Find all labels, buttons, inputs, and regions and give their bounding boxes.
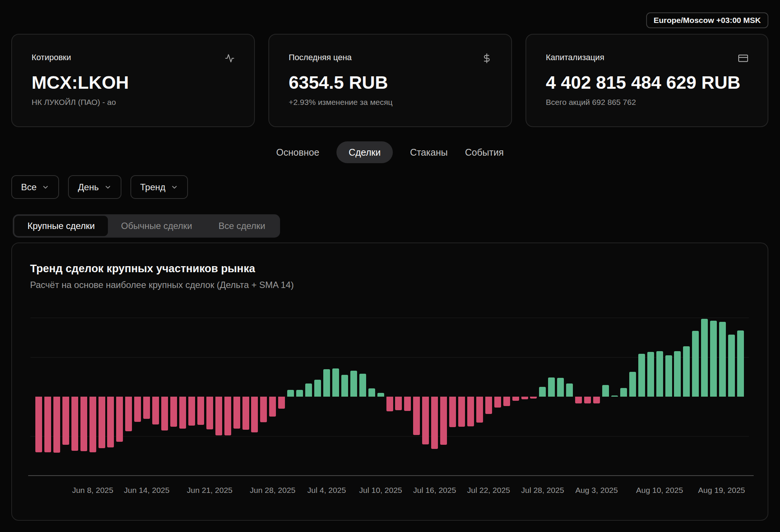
delta-bar xyxy=(359,374,366,397)
delta-bar xyxy=(656,351,663,397)
tab-deals[interactable]: Сделки xyxy=(336,141,392,163)
delta-bar xyxy=(728,335,735,397)
delta-bar xyxy=(512,397,519,401)
delta-bar xyxy=(431,397,438,449)
tab-events[interactable]: События xyxy=(465,147,504,158)
delta-bar xyxy=(323,369,330,397)
delta-bar xyxy=(287,390,294,397)
delta-bar xyxy=(521,397,528,399)
delta-bar xyxy=(71,397,78,451)
delta-bar xyxy=(710,321,717,397)
delta-bar xyxy=(296,390,303,397)
delta-bar xyxy=(116,397,123,442)
delta-bar xyxy=(530,397,537,399)
delta-bar xyxy=(107,397,114,447)
x-axis-label: Jun 28, 2025 xyxy=(250,486,295,495)
delta-bar xyxy=(575,397,582,403)
delta-bar xyxy=(584,397,591,403)
dollar-icon xyxy=(482,53,492,63)
x-axis-label: Jul 22, 2025 xyxy=(467,486,510,495)
filter-button-all[interactable]: Все xyxy=(11,175,59,199)
chevron-down-icon xyxy=(104,183,112,191)
filter-bar: ВсеДеньТренд xyxy=(11,175,188,199)
tab-bar: ОсновноеСделкиСтаканыСобытия xyxy=(0,141,780,164)
delta-bar xyxy=(134,397,141,422)
delta-bar xyxy=(224,397,231,435)
delta-bar xyxy=(53,397,60,453)
delta-bar xyxy=(674,351,681,397)
delta-bar xyxy=(377,393,384,397)
delta-bar xyxy=(476,397,483,423)
filter-button-label: Тренд xyxy=(140,182,165,192)
delta-bar xyxy=(413,397,420,435)
x-axis-label: Jun 14, 2025 xyxy=(124,486,169,495)
delta-bar xyxy=(152,397,159,424)
delta-bar xyxy=(467,397,474,426)
delta-bar xyxy=(80,397,87,451)
x-axis-label: Jul 16, 2025 xyxy=(413,486,456,495)
filter-button-label: Все xyxy=(21,182,36,192)
delta-bar xyxy=(188,397,195,426)
delta-bar xyxy=(161,397,168,430)
quotes-card-label: Котировки xyxy=(32,53,71,62)
delta-bar xyxy=(611,396,618,397)
delta-bar xyxy=(125,397,132,431)
delta-bar xyxy=(278,397,285,409)
shares-outstanding: Всего акций 692 865 762 xyxy=(546,98,748,107)
filter-button-trend[interactable]: Тренд xyxy=(130,175,188,199)
timezone-badge[interactable]: Europe/Moscow +03:00 MSK xyxy=(646,12,768,28)
delta-bar xyxy=(494,397,501,408)
delta-bar xyxy=(215,397,222,435)
delta-bar xyxy=(242,397,249,430)
segment-all-deals[interactable]: Все сделки xyxy=(205,216,279,236)
delta-bar xyxy=(35,397,42,452)
x-axis-label: Jun 21, 2025 xyxy=(187,486,232,495)
delta-bar xyxy=(251,397,258,432)
tab-orderbooks[interactable]: Стаканы xyxy=(410,147,448,158)
activity-icon xyxy=(225,53,235,63)
delta-bar xyxy=(647,352,654,397)
delta-bar xyxy=(386,397,393,411)
delta-bar xyxy=(89,397,96,452)
delta-bar xyxy=(269,397,276,417)
delta-bar xyxy=(557,378,564,397)
delta-bar xyxy=(683,346,690,397)
last-price-card-label: Последняя цена xyxy=(289,53,352,62)
segment-large-deals[interactable]: Крупные сделки xyxy=(14,216,108,236)
delta-bar xyxy=(368,388,375,397)
delta-bar xyxy=(719,322,726,397)
delta-bar xyxy=(503,397,510,406)
delta-bar xyxy=(440,397,447,445)
cap-value: 4 402 815 484 629 RUB xyxy=(546,72,748,93)
delta-bar xyxy=(629,372,636,397)
x-axis-label: Jul 28, 2025 xyxy=(521,486,564,495)
screen: Europe/Moscow +03:00 MSK Котировки MCX:L… xyxy=(0,0,780,532)
chart-subtitle: Расчёт на основе наиболее крупных сделок… xyxy=(30,280,294,290)
delta-bar xyxy=(179,397,186,429)
delta-bar xyxy=(566,383,573,397)
delta-bar xyxy=(458,397,465,427)
segment-regular-deals[interactable]: Обычные сделки xyxy=(108,216,205,236)
delta-bar xyxy=(206,397,213,429)
chart-title: Тренд сделок крупных участников рынка xyxy=(30,262,255,275)
chevron-down-icon xyxy=(171,183,178,191)
delta-bar xyxy=(350,371,357,397)
delta-bar xyxy=(404,397,411,411)
delta-bar xyxy=(548,377,555,397)
tab-main[interactable]: Основное xyxy=(276,147,320,158)
delta-bar xyxy=(341,375,348,397)
x-axis-label: Aug 19, 2025 xyxy=(698,486,745,495)
delta-bar xyxy=(449,397,456,427)
delta-bar xyxy=(593,397,600,403)
delta-bar xyxy=(260,397,267,422)
delta-bar xyxy=(638,354,645,397)
delta-bar xyxy=(737,330,744,397)
gridline xyxy=(30,318,749,318)
filter-button-day[interactable]: День xyxy=(68,175,121,199)
x-axis-label: Jul 10, 2025 xyxy=(359,486,402,495)
x-axis-label: Aug 3, 2025 xyxy=(575,486,618,495)
x-axis-label: Aug 10, 2025 xyxy=(636,486,683,495)
market-cap-card-label: Капитализация xyxy=(546,53,604,62)
x-axis-label: Jun 8, 2025 xyxy=(72,486,114,495)
filter-button-label: День xyxy=(78,182,98,192)
